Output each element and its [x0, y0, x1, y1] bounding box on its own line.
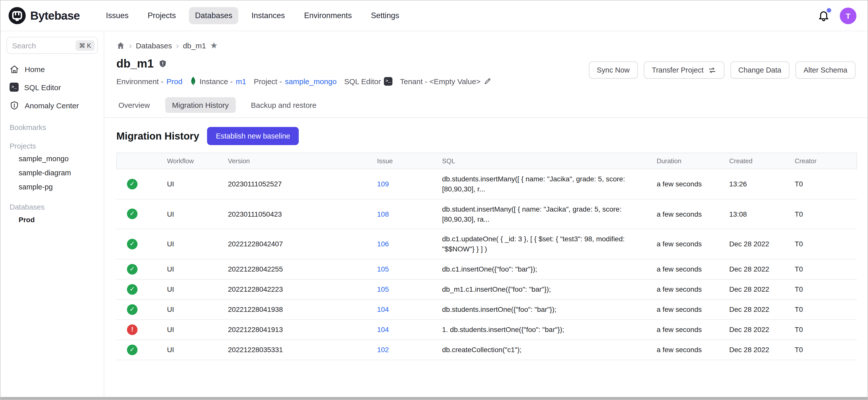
sidebar-item-home[interactable]: Home	[6, 60, 98, 78]
table-row[interactable]: UI 20230111050423 108 db.student.insertM…	[117, 199, 857, 229]
cell-duration: a few seconds	[657, 259, 729, 279]
col-created: Created	[729, 153, 795, 169]
sync-now-button[interactable]: Sync Now	[589, 61, 638, 79]
main-content: › Databases › db_m1 ★ db_m1 Envi	[104, 31, 868, 398]
col-sql: SQL	[442, 153, 657, 169]
tab-migration-history[interactable]: Migration History	[165, 97, 236, 113]
breadcrumb-db-m1[interactable]: db_m1	[183, 41, 206, 50]
issue-link[interactable]: 105	[377, 285, 389, 293]
issue-link[interactable]: 104	[377, 326, 389, 334]
table-row[interactable]: UI 20230111052527 109 db.students.insert…	[117, 169, 857, 199]
table-row[interactable]: UI 20221228042223 105 db_m1.c1.insertOne…	[117, 279, 857, 300]
action-buttons: Sync Now Transfer Project Change Data Al…	[589, 61, 856, 79]
top-nav: Bytebase Issues Projects Databases Insta…	[0, 0, 868, 31]
meta-sql-editor[interactable]: SQL Editor >_	[344, 77, 393, 85]
cell-version: 20221228035331	[228, 340, 377, 360]
sidebar-item-anomaly-center[interactable]: Anomaly Center	[6, 96, 98, 114]
bookmark-star-icon[interactable]: ★	[210, 41, 218, 50]
table-row[interactable]: UI 20221228042407 106 db.c1.updateOne( {…	[117, 229, 857, 259]
issue-link[interactable]: 108	[377, 210, 389, 218]
project-link[interactable]: sample_mongo	[285, 77, 337, 85]
shield-alert-icon	[9, 100, 19, 110]
status-error-icon	[127, 325, 137, 335]
environment-link[interactable]: Prod	[166, 77, 182, 85]
cell-creator: T0	[795, 340, 857, 360]
nav-item-environments[interactable]: Environments	[298, 7, 358, 24]
sidebar-section-bookmarks: Bookmarks	[6, 122, 98, 133]
sidebar-item-prod[interactable]: Prod	[6, 213, 98, 227]
change-data-button[interactable]: Change Data	[730, 61, 789, 79]
home-icon	[9, 64, 19, 74]
meta-environment: Environment - Prod	[116, 77, 182, 85]
status-success-icon	[127, 284, 137, 295]
cell-version: 20230111052527	[228, 169, 377, 199]
user-avatar[interactable]: T	[840, 7, 857, 24]
sidebar-item-sample-mongo[interactable]: sample_mongo	[6, 152, 98, 166]
bytebase-app: Bytebase Issues Projects Databases Insta…	[0, 0, 868, 400]
tab-bar: Overview Migration History Backup and re…	[104, 97, 868, 118]
table-row[interactable]: UI 20221228041913 104 1. db.students.ins…	[117, 320, 857, 340]
cell-duration: a few seconds	[657, 320, 729, 340]
meta-label: Environment -	[116, 77, 163, 85]
issue-link[interactable]: 104	[377, 305, 389, 313]
cell-sql: db_m1.c1.insertOne({"foo": "bar"});	[442, 279, 657, 300]
col-creator: Creator	[795, 153, 857, 169]
transfer-arrows-icon	[708, 66, 716, 74]
nav-item-projects[interactable]: Projects	[142, 7, 182, 24]
issue-link[interactable]: 105	[377, 265, 389, 273]
mongodb-leaf-icon	[190, 76, 196, 86]
cell-creator: T0	[795, 259, 857, 279]
cell-workflow: UI	[167, 279, 228, 300]
breadcrumb: › Databases › db_m1 ★	[104, 40, 868, 50]
col-duration: Duration	[657, 153, 729, 169]
search-input[interactable]: Search ⌘ K	[6, 37, 98, 54]
sidebar-item-sample-pg[interactable]: sample-pg	[6, 180, 98, 194]
cell-version: 20221228042223	[228, 279, 377, 300]
notifications-bell-icon[interactable]	[817, 9, 830, 22]
transfer-project-button[interactable]: Transfer Project	[644, 61, 724, 79]
instance-link[interactable]: m1	[236, 77, 246, 85]
cell-creator: T0	[795, 300, 857, 320]
alter-schema-button[interactable]: Alter Schema	[796, 61, 856, 79]
issue-link[interactable]: 102	[377, 346, 389, 353]
issue-link[interactable]: 109	[377, 180, 389, 188]
home-breadcrumb-icon[interactable]	[116, 41, 125, 50]
cell-workflow: UI	[167, 229, 228, 259]
issue-link[interactable]: 106	[377, 240, 389, 248]
table-row[interactable]: UI 20221228035331 102 db.createCollectio…	[117, 340, 857, 360]
col-status	[117, 153, 167, 169]
col-workflow: Workflow	[167, 153, 228, 169]
table-row[interactable]: UI 20221228041938 104 db.students.insert…	[117, 300, 857, 320]
tab-backup-and-restore[interactable]: Backup and restore	[249, 97, 318, 113]
nav-item-issues[interactable]: Issues	[100, 7, 135, 24]
cell-workflow: UI	[167, 259, 228, 279]
cell-created: 13:26	[729, 169, 795, 199]
cell-sql: db.createCollection("c1");	[442, 340, 657, 360]
cell-duration: a few seconds	[657, 199, 729, 229]
nav-item-instances[interactable]: Instances	[245, 7, 291, 24]
chevron-right-icon: ›	[129, 41, 132, 50]
search-shortcut-badge: ⌘ K	[75, 40, 95, 51]
cell-created: Dec 28 2022	[729, 340, 795, 360]
cell-created: Dec 28 2022	[729, 300, 795, 320]
cell-version: 20221228041913	[228, 320, 377, 340]
status-success-icon	[127, 304, 137, 315]
breadcrumb-databases[interactable]: Databases	[136, 41, 172, 50]
cell-creator: T0	[795, 320, 857, 340]
tab-overview[interactable]: Overview	[116, 97, 152, 113]
table-row[interactable]: UI 20221228042255 105 db.c1.insertOne({"…	[117, 259, 857, 279]
window-bottom-edge	[0, 397, 868, 400]
nav-item-databases[interactable]: Databases	[189, 7, 238, 24]
brand-logo[interactable]: Bytebase	[8, 7, 80, 24]
meta-tenant: Tenant - <Empty Value>	[400, 77, 492, 85]
sidebar-item-sql-editor[interactable]: >_ SQL Editor	[6, 78, 98, 96]
main-nav: Issues Projects Databases Instances Envi…	[100, 7, 405, 24]
cell-version: 20221228042407	[228, 229, 377, 259]
pencil-edit-icon[interactable]	[484, 77, 492, 85]
notification-dot	[827, 8, 831, 12]
sidebar-item-sample-diagram[interactable]: sample-diagram	[6, 166, 98, 180]
status-success-icon	[127, 209, 137, 219]
nav-item-settings[interactable]: Settings	[365, 7, 405, 24]
establish-baseline-button[interactable]: Establish new baseline	[207, 127, 299, 145]
cell-version: 20221228041938	[228, 300, 377, 320]
